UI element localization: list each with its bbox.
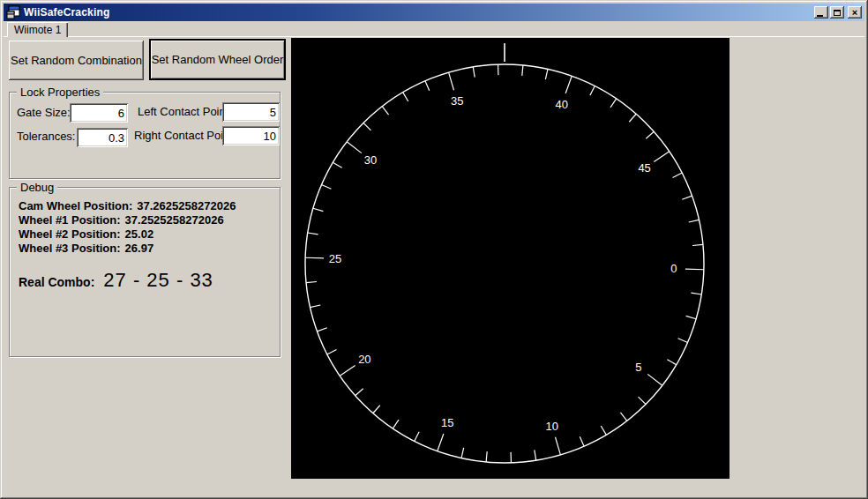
lock-properties-group: Lock Properties Gate Size: Left Contact … [9,92,281,179]
svg-text:20: 20 [358,353,370,366]
tabpage-border [4,36,864,37]
window-title: WiiSafeCracking [24,6,814,19]
close-icon: × [852,7,857,18]
wheel-1-position-value: 37.2525258272026 [125,213,224,227]
minimize-button[interactable] [814,6,828,19]
gate-size-input[interactable] [70,103,128,123]
app-icon [6,5,20,19]
real-combo-value: 27 - 25 - 33 [103,269,213,292]
cam-wheel-position-value: 37.2625258272026 [137,199,236,212]
tolerances-input[interactable] [77,128,128,147]
set-random-combination-button[interactable]: Set Random Combination [9,41,144,80]
svg-text:30: 30 [364,153,377,167]
svg-text:0: 0 [670,262,677,275]
wheel-1-position-label: Wheel #1 Position: [19,213,121,227]
lock-properties-title: Lock Properties [17,86,103,99]
close-button[interactable]: × [848,6,862,19]
wheel-3-position-line: Wheel #3 Position:26.97 [19,242,153,255]
real-combo-label: Real Combo: [19,275,94,289]
svg-text:10: 10 [546,420,558,433]
right-contact-point-input[interactable] [222,126,280,145]
right-contact-point-label: Right Contact Point: [134,129,236,142]
tab-label: Wiimote 1 [14,24,61,36]
app-window: WiiSafeCracking × Wiimote 1 Set Random C… [0,0,868,499]
gate-size-label: Gate Size: [17,106,71,119]
safe-dial: 051015202530354045 [291,38,730,479]
set-random-wheel-order-button[interactable]: Set Random Wheel Order [149,39,286,80]
svg-text:40: 40 [556,98,568,111]
svg-text:15: 15 [441,416,453,429]
wheel-2-position-value: 25.02 [125,227,154,241]
left-contact-point-input[interactable] [222,102,280,122]
maximize-button[interactable] [830,6,844,19]
left-contact-point-label: Left Contact Point: [138,105,232,118]
svg-text:35: 35 [451,94,463,108]
svg-text:45: 45 [638,161,650,175]
real-combo-row: Real Combo: 27 - 25 - 33 [19,269,213,292]
window-controls: × [814,6,862,19]
title-bar[interactable]: WiiSafeCracking × [4,4,864,21]
cam-wheel-position-label: Cam Wheel Position: [19,199,132,212]
wheel-3-position-value: 26.97 [125,242,154,255]
cam-wheel-position-line: Cam Wheel Position:37.2625258272026 [19,199,236,212]
tolerances-label: Tolerances: [17,130,75,143]
wheel-2-position-label: Wheel #2 Position: [19,227,121,241]
maximize-icon [834,10,841,16]
wheel-2-position-line: Wheel #2 Position:25.02 [19,227,153,241]
svg-text:5: 5 [635,361,641,374]
wheel-3-position-label: Wheel #3 Position: [19,242,121,255]
debug-title: Debug [17,181,57,194]
svg-text:25: 25 [329,252,341,265]
wheel-1-position-line: Wheel #1 Position:37.2525258272026 [19,213,224,227]
tab-wiimote-1[interactable]: Wiimote 1 [7,22,68,37]
safe-dial-panel: 051015202530354045 [291,38,730,479]
minimize-icon [817,15,823,17]
debug-group: Debug Cam Wheel Position:37.262525827202… [9,187,281,357]
